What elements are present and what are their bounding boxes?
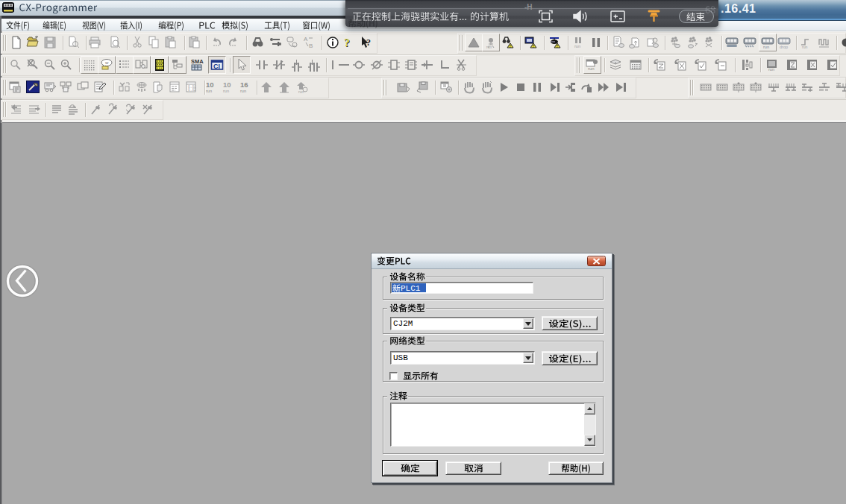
svg-text:run: run <box>588 66 595 71</box>
svg-text:run: run <box>298 89 304 94</box>
svg-text:run: run <box>486 45 492 49</box>
svg-text:drop: drop <box>780 45 788 49</box>
svg-text:10: 10 <box>206 81 214 89</box>
svg-text:run: run <box>768 67 774 72</box>
svg-text:run: run <box>240 89 246 93</box>
svg-text:run: run <box>206 89 212 93</box>
svg-text:A: A <box>304 36 308 42</box>
svg-text:run: run <box>763 45 769 49</box>
svg-text:10: 10 <box>223 81 231 89</box>
svg-text:run: run <box>574 44 580 48</box>
svg-text:CI: CI <box>213 63 220 70</box>
svg-text:SMA: SMA <box>191 58 204 65</box>
svg-text:run: run <box>802 45 807 49</box>
svg-text:?: ? <box>366 37 371 48</box>
svg-text:B: B <box>309 42 313 49</box>
svg-text:w: w <box>104 60 109 65</box>
svg-text:16: 16 <box>240 81 248 89</box>
svg-text:0.02: 0.02 <box>188 88 196 92</box>
svg-text:run: run <box>223 89 229 93</box>
svg-text:?: ? <box>344 37 350 48</box>
